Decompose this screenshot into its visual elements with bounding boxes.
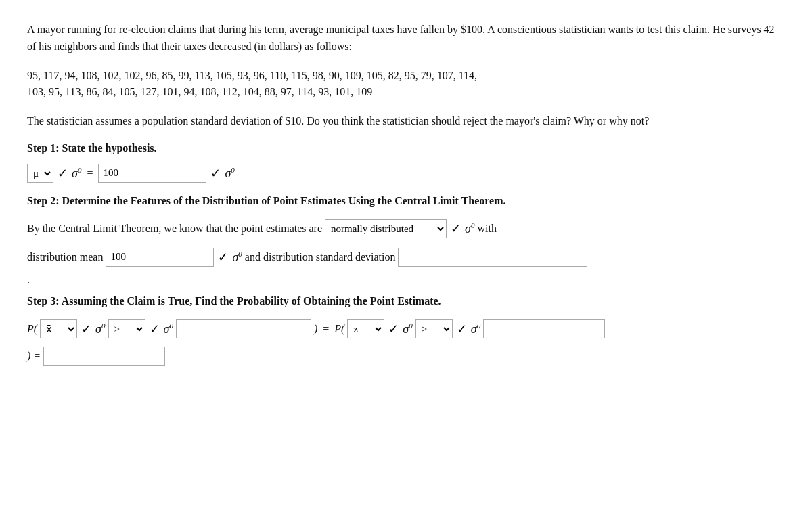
dot-text: .: [27, 273, 30, 285]
step1-row: μ x̄ σ p ✓ σ0 = ✓ σ0: [27, 164, 785, 183]
check1-icon: ✓: [58, 166, 68, 181]
equals-symbol: =: [87, 167, 93, 179]
step3-row1: P( x̄ μ z ✓ σ0 ≥ ≤ = > < ✓ σ0 ) = P( z x…: [27, 317, 785, 341]
hypothesis-value-input[interactable]: [98, 164, 206, 183]
dot-line: .: [27, 273, 785, 286]
check3-icon: ✓: [451, 217, 461, 241]
assumption-span: The statistician assumes a population st…: [27, 115, 649, 127]
data-line1: 95, 117, 94, 108, 102, 102, 96, 85, 99, …: [27, 68, 785, 85]
check4-icon: ✓: [218, 245, 228, 269]
step2-row1: By the Central Limit Theorem, we know th…: [27, 217, 785, 241]
sigma0-label5: σ0: [95, 317, 105, 341]
intro-text: A mayor running for re-election claims t…: [27, 24, 775, 52]
std-dev-input[interactable]: [398, 248, 587, 267]
xbar-select[interactable]: x̄ μ z: [40, 319, 77, 338]
assumption-text: The statistician assumes a population st…: [27, 113, 785, 130]
check7-icon: ✓: [388, 317, 399, 341]
result-paren: ) =: [27, 345, 41, 367]
sigma0-label7: σ0: [403, 317, 412, 341]
and-label: and distribution standard deviation: [245, 246, 396, 268]
ineq1-select[interactable]: ≥ ≤ = > <: [108, 319, 145, 338]
check2-icon: ✓: [210, 166, 221, 181]
mean-value-input[interactable]: [106, 248, 214, 267]
step2-row2: distribution mean ✓ σ0 and distribution …: [27, 245, 785, 269]
sigma0-label6: σ0: [164, 317, 173, 341]
p-label-left: P(: [27, 318, 37, 340]
data-line2: 103, 95, 113, 86, 84, 105, 127, 101, 94,…: [27, 84, 785, 101]
sigma0-label3: σ0: [465, 217, 474, 241]
sigma0-label1: σ0: [72, 166, 81, 181]
sigma0-label4: σ0: [232, 245, 242, 269]
close-paren-left: ): [314, 318, 317, 340]
distribution-select[interactable]: normally distributed uniformly distribut…: [325, 219, 447, 238]
p-right-input[interactable]: [483, 319, 605, 338]
z-select[interactable]: z x̄ μ: [347, 319, 384, 338]
step3-row2: ) =: [27, 345, 785, 367]
mu-select[interactable]: μ x̄ σ p: [27, 164, 53, 183]
step2-header: Step 2: Determine the Features of the Di…: [27, 195, 785, 207]
sigma0-label2: σ0: [225, 166, 234, 181]
with-label: with: [477, 218, 496, 240]
sigma0-label8: σ0: [471, 317, 480, 341]
ineq2-select[interactable]: ≥ ≤ = > <: [415, 319, 453, 338]
check6-icon: ✓: [150, 317, 160, 341]
result-input[interactable]: [43, 347, 165, 366]
equals-p: =: [323, 318, 329, 340]
p-label-right: P(: [334, 318, 344, 340]
step2-intro-text: By the Central Limit Theorem, we know th…: [27, 218, 322, 240]
check5-icon: ✓: [81, 317, 91, 341]
data-block: 95, 117, 94, 108, 102, 102, 96, 85, 99, …: [27, 68, 785, 102]
step1-header: Step 1: State the hypothesis.: [27, 142, 785, 154]
problem-intro: A mayor running for re-election claims t…: [27, 22, 785, 56]
p-inner-input[interactable]: [176, 319, 311, 338]
step3-header: Step 3: Assuming the Claim is True, Find…: [27, 295, 785, 307]
mean-label: distribution mean: [27, 246, 103, 268]
check8-icon: ✓: [457, 317, 467, 341]
